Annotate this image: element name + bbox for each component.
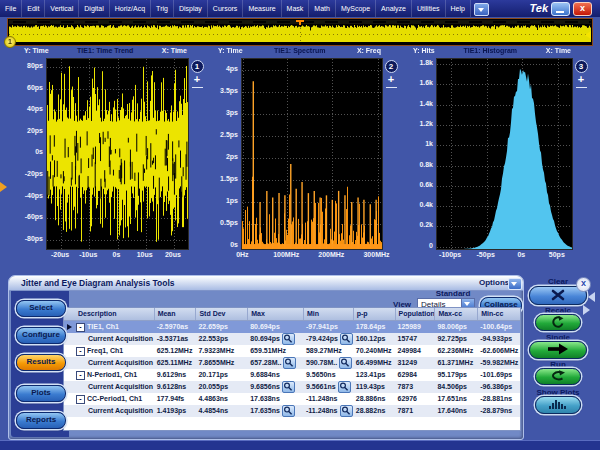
- cell-pop: 7871: [395, 405, 435, 417]
- description-text: TIE1, Ch1: [87, 321, 119, 333]
- menu-utilities[interactable]: Utilities: [412, 0, 446, 17]
- options-chevron-down-icon[interactable]: [508, 278, 522, 290]
- plot-number-badge[interactable]: 1: [191, 60, 204, 73]
- pager-triangle-left-icon[interactable]: [583, 292, 595, 302]
- results-table: DescriptionMeanStd DevMaxMinp-pPopulatio…: [63, 307, 521, 431]
- cell-maxcc: 98.006ps: [434, 321, 477, 333]
- cell-pop: 31249: [395, 357, 435, 369]
- table-row[interactable]: -Freq1, Ch1625.12MHz7.9323MHz659.51MHz58…: [64, 345, 520, 357]
- zoom-magnifier-button[interactable]: [282, 333, 295, 345]
- menu-vertical[interactable]: Vertical: [45, 0, 79, 17]
- collapse-box-icon[interactable]: -: [76, 371, 85, 380]
- cell-std: 22.553ps: [195, 333, 247, 345]
- cell-pp: 178.64ps: [353, 321, 395, 333]
- plot-number-badge[interactable]: 2: [385, 60, 398, 73]
- table-row[interactable]: Current Acquisition9.6128ns20.055ps9.685…: [64, 381, 520, 393]
- jitter-analysis-panel: Jitter and Eye Diagram Analysis Tools Op…: [8, 275, 524, 440]
- overview-waveform-canvas[interactable]: [9, 20, 591, 44]
- plot-number-badge[interactable]: 3: [575, 60, 588, 73]
- cell-min: 9.5650ns: [303, 369, 353, 381]
- nav-button-plots[interactable]: Plots: [16, 385, 66, 402]
- table-row[interactable]: Current Acquisition625.11MHz7.8655MHz657…: [64, 357, 520, 369]
- nav-button-select[interactable]: Select: [16, 300, 66, 317]
- zoom-magnifier-button[interactable]: [282, 381, 295, 393]
- panel-close-button[interactable]: x: [576, 277, 591, 292]
- menu-horiz-acq[interactable]: Horiz/Acq: [110, 0, 151, 17]
- waveform-overview-strip[interactable]: 1: [7, 18, 593, 46]
- menu-mask[interactable]: Mask: [282, 0, 310, 17]
- nav-button-results[interactable]: Results: [16, 354, 66, 371]
- nav-button-configure[interactable]: Configure: [16, 327, 66, 344]
- menu-overflow-chevron-down-icon[interactable]: [474, 3, 489, 16]
- run-button[interactable]: [535, 368, 581, 385]
- menu-edit[interactable]: Edit: [22, 0, 45, 17]
- menu-display[interactable]: Display: [174, 0, 208, 17]
- table-row[interactable]: -TIE1, Ch1-2.5970as22.659ps80.694ps-97.9…: [64, 321, 520, 333]
- plot-zoom-plus-icon[interactable]: +: [574, 73, 588, 86]
- value-text: 84.506ps: [437, 381, 467, 393]
- zoom-magnifier-button[interactable]: [339, 357, 352, 369]
- x-tick-label: 10us: [137, 251, 153, 258]
- value-text: 590.78M..: [306, 357, 337, 369]
- value-text: 160.12ps: [356, 333, 386, 345]
- table-row[interactable]: -N-Period1, Ch19.6129ns20.171ps9.6884ns9…: [64, 369, 520, 381]
- plot-zoom-plus-icon[interactable]: +: [384, 73, 398, 86]
- menu-help[interactable]: Help: [446, 0, 471, 17]
- menu-myscope[interactable]: MyScope: [336, 0, 376, 17]
- zoom-magnifier-button[interactable]: [338, 381, 351, 393]
- collapse-box-icon[interactable]: -: [76, 395, 85, 404]
- description-text: N-Period1, Ch1: [87, 369, 137, 381]
- menu-trig[interactable]: Trig: [151, 0, 174, 17]
- menu-measure[interactable]: Measure: [243, 0, 281, 17]
- y-tick-label: 1.2k: [410, 120, 433, 127]
- plot-3-canvas[interactable]: [436, 58, 573, 250]
- minimize-button[interactable]: [551, 2, 570, 16]
- zoom-magnifier-button[interactable]: [340, 405, 353, 417]
- x-tick-label: 0s: [113, 251, 121, 258]
- badge-divider: [386, 87, 397, 88]
- plot-2-y-ticks: 4ps3.5ps3ps2.5ps2ps1.5ps1ps0.5ps0s: [218, 58, 241, 248]
- table-row[interactable]: -CC-Period1, Ch1177.94fs4.4863ns17.638ns…: [64, 393, 520, 405]
- cell-pop: 62984: [395, 369, 435, 381]
- cell-maxcc: 17.651ns: [434, 393, 477, 405]
- plot-1-x-ticks: -20us-10us0s10us20us: [46, 251, 187, 260]
- zoom-magnifier-button[interactable]: [340, 333, 353, 345]
- show-plots-button[interactable]: [535, 396, 581, 414]
- zoom-magnifier-button[interactable]: [282, 405, 295, 417]
- plot-1-controls: 1+: [190, 60, 204, 88]
- options-label[interactable]: Options: [479, 278, 509, 287]
- cell-maxcc: 84.506ps: [434, 381, 477, 393]
- menu-analyze[interactable]: Analyze: [376, 0, 412, 17]
- cell-std: 20.171ps: [195, 369, 247, 381]
- collapse-box-icon[interactable]: -: [76, 323, 85, 332]
- menu-math[interactable]: Math: [309, 0, 336, 17]
- menu-cursors[interactable]: Cursors: [208, 0, 244, 17]
- table-row[interactable]: Current Acquisition1.4193ps4.4854ns17.63…: [64, 405, 520, 417]
- results-table-body: -TIE1, Ch1-2.5970as22.659ps80.694ps-97.9…: [64, 321, 520, 417]
- cell-pp: 66.499MHz: [353, 357, 395, 369]
- value-text: -101.69ps: [480, 369, 512, 381]
- pager-triangle-right-icon[interactable]: [583, 305, 595, 315]
- channel-1-marker[interactable]: 1: [4, 36, 16, 48]
- cell-mincc: -94.933ps: [477, 333, 520, 345]
- waveform-position-marker[interactable]: [0, 182, 12, 192]
- collapse-box-icon[interactable]: -: [76, 347, 85, 356]
- trigger-level-arrow-icon[interactable]: [581, 31, 591, 39]
- value-text: 119.43ps: [356, 381, 385, 393]
- nav-button-reports[interactable]: Reports: [16, 412, 66, 429]
- value-text: 9.5650ns: [306, 369, 336, 381]
- table-row[interactable]: Current Acquisition-3.5371as22.553ps80.6…: [64, 333, 520, 345]
- recalc-button[interactable]: [535, 314, 581, 331]
- single-button[interactable]: [529, 341, 587, 359]
- plot-2-canvas[interactable]: [241, 58, 383, 250]
- menu-file[interactable]: File: [0, 0, 22, 17]
- cell-pop: 7873: [395, 381, 435, 393]
- plot-1-canvas[interactable]: [46, 58, 189, 250]
- y-tick-label: 0.2k: [410, 221, 433, 228]
- window-close-button[interactable]: x: [573, 2, 592, 16]
- y-tick-label: 3.5ps: [215, 87, 238, 94]
- zoom-magnifier-button[interactable]: [283, 357, 296, 369]
- cell-min: -11.248ns: [303, 393, 353, 405]
- menu-digital[interactable]: Digital: [79, 0, 109, 17]
- plot-zoom-plus-icon[interactable]: +: [190, 73, 204, 86]
